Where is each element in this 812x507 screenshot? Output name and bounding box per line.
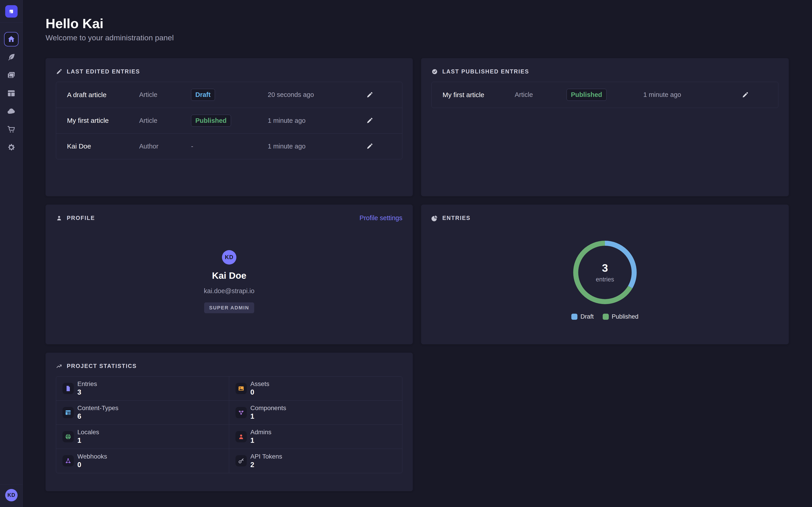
stat-value: 6 bbox=[78, 412, 118, 420]
edit-entry-button[interactable] bbox=[740, 90, 750, 100]
stat-label: Locales bbox=[78, 429, 99, 436]
stat-label: Content-Types bbox=[78, 405, 118, 412]
entry-time: 20 seconds ago bbox=[268, 91, 365, 99]
draft-swatch bbox=[571, 314, 577, 320]
strapi-logo[interactable] bbox=[5, 5, 17, 17]
card-title: ENTRIES bbox=[442, 215, 470, 221]
role-badge: SUPER ADMIN bbox=[204, 302, 254, 313]
card-header: ENTRIES bbox=[432, 214, 778, 222]
profile-email: kai.doe@strapi.io bbox=[204, 287, 255, 295]
card-title: PROJECT STATISTICS bbox=[67, 363, 137, 369]
stat-value: 3 bbox=[78, 389, 97, 396]
stat-icon-tile bbox=[236, 455, 247, 466]
entry-name: A draft article bbox=[67, 91, 139, 99]
entry-name: Kai Doe bbox=[67, 143, 139, 150]
edit-entry-button[interactable] bbox=[365, 90, 375, 100]
card-header: PROFILE Profile settings bbox=[56, 214, 402, 222]
card-header: LAST EDITED ENTRIES bbox=[56, 68, 402, 76]
last-published-entries-card: LAST PUBLISHED ENTRIES My first article … bbox=[421, 58, 789, 196]
cart-icon bbox=[7, 125, 16, 134]
entry-type: Article bbox=[139, 117, 191, 124]
published-swatch bbox=[603, 314, 609, 320]
stat-value: 2 bbox=[250, 461, 282, 469]
table-row[interactable]: Kai Doe Author - 1 minute ago bbox=[56, 133, 402, 159]
layout-icon bbox=[7, 89, 16, 98]
table-row[interactable]: A draft article Article Draft 20 seconds… bbox=[56, 82, 402, 108]
stat-label: Components bbox=[250, 405, 286, 412]
edit-entry-button[interactable] bbox=[365, 116, 375, 125]
status-badge: Draft bbox=[191, 89, 215, 101]
sidebar: KD bbox=[0, 0, 23, 507]
sidebar-item-home[interactable] bbox=[4, 32, 18, 46]
stat-value: 1 bbox=[78, 437, 99, 444]
sidebar-item-cloud[interactable] bbox=[4, 104, 18, 118]
edit-pencil-icon bbox=[366, 117, 373, 124]
sidebar-footer-divider bbox=[0, 484, 23, 485]
stat-label: Assets bbox=[250, 381, 269, 388]
entry-type: Author bbox=[139, 143, 191, 150]
sidebar-item-marketplace[interactable] bbox=[4, 122, 18, 136]
feather-icon bbox=[7, 53, 16, 62]
stat-components: Components 1 bbox=[229, 401, 402, 425]
chart-legend: Draft Published bbox=[432, 313, 778, 320]
layout-icon bbox=[65, 409, 71, 416]
stat-value: 1 bbox=[250, 412, 286, 420]
stat-api-tokens: API Tokens 2 bbox=[229, 449, 402, 473]
stat-webhooks: Webhooks 0 bbox=[56, 449, 229, 473]
stat-entries: Entries 3 bbox=[56, 377, 229, 401]
stat-icon-tile bbox=[62, 383, 74, 394]
entries-card: ENTRIES 3 entries Draft bbox=[421, 205, 789, 344]
user-avatar[interactable]: KD bbox=[5, 489, 17, 501]
entry-time: 1 minute ago bbox=[643, 91, 740, 99]
page-subtitle: Welcome to your administration panel bbox=[46, 33, 789, 42]
edit-entry-button[interactable] bbox=[365, 141, 375, 151]
puzzle-icon bbox=[238, 409, 245, 416]
stat-content-types: Content-Types 6 bbox=[56, 401, 229, 425]
entry-time: 1 minute ago bbox=[268, 143, 365, 150]
profile-name: Kai Doe bbox=[212, 270, 247, 281]
legend-item-draft: Draft bbox=[571, 313, 594, 320]
key-icon bbox=[238, 457, 245, 464]
stat-icon-tile bbox=[236, 431, 247, 442]
document-icon bbox=[65, 385, 71, 392]
entry-time: 1 minute ago bbox=[268, 117, 365, 124]
sidebar-item-media-library[interactable] bbox=[4, 68, 18, 82]
table-row[interactable]: My first article Article Published 1 min… bbox=[56, 108, 402, 133]
legend-label: Published bbox=[612, 313, 639, 320]
check-circle-icon bbox=[432, 68, 438, 75]
stat-value: 0 bbox=[78, 461, 107, 469]
stat-label: Admins bbox=[250, 429, 271, 436]
admin-user-icon bbox=[238, 433, 245, 440]
strapi-admin-app: KD Hello Kai Welcome to your administrat… bbox=[0, 0, 812, 507]
stat-admins: Admins 1 bbox=[229, 425, 402, 449]
media-library-icon bbox=[7, 71, 16, 80]
sidebar-nav bbox=[4, 32, 18, 158]
stat-icon-tile bbox=[62, 431, 74, 442]
project-statistics-card: PROJECT STATISTICS Entries 3 bbox=[46, 353, 413, 491]
strapi-logo-icon bbox=[7, 8, 15, 15]
profile-settings-link[interactable]: Profile settings bbox=[360, 214, 402, 222]
stat-icon-tile bbox=[62, 407, 74, 418]
sidebar-item-content-manager[interactable] bbox=[4, 50, 18, 64]
sidebar-item-settings[interactable] bbox=[4, 140, 18, 155]
card-title: PROFILE bbox=[67, 215, 95, 221]
donut-center: 3 entries bbox=[572, 240, 638, 305]
legend-label: Draft bbox=[580, 313, 594, 320]
sidebar-item-content-type-builder[interactable] bbox=[4, 86, 18, 101]
legend-item-published: Published bbox=[603, 313, 639, 320]
widgets-grid: LAST EDITED ENTRIES A draft article Arti… bbox=[46, 58, 789, 491]
stat-label: Entries bbox=[78, 381, 97, 388]
pencil-icon bbox=[56, 68, 62, 75]
stat-value: 0 bbox=[250, 389, 269, 396]
home-icon bbox=[7, 35, 15, 44]
last-published-table: My first article Article Published 1 min… bbox=[432, 82, 778, 108]
profile-body: KD Kai Doe kai.doe@strapi.io SUPER ADMIN bbox=[56, 222, 402, 313]
globe-icon bbox=[65, 433, 71, 440]
stat-assets: Assets 0 bbox=[229, 377, 402, 401]
profile-avatar: KD bbox=[222, 250, 236, 265]
trend-icon bbox=[56, 363, 62, 369]
table-row[interactable]: My first article Article Published 1 min… bbox=[432, 82, 778, 108]
edit-pencil-icon bbox=[742, 92, 749, 98]
entry-type: Article bbox=[139, 91, 191, 99]
entries-donut-chart: 3 entries bbox=[572, 240, 638, 305]
